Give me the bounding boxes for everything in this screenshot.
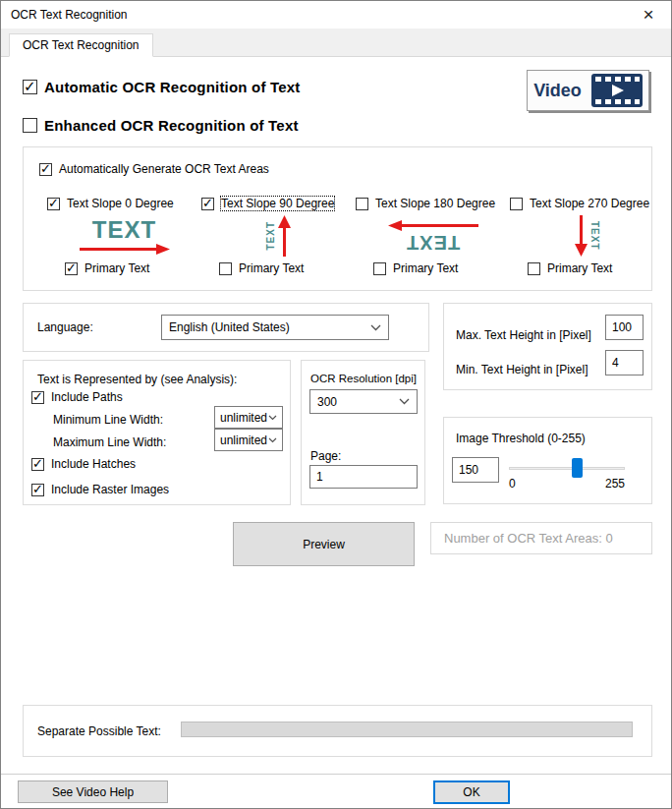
ok-button[interactable]: OK: [433, 780, 510, 804]
slope-columns: Text Slope 0 Degree TEXT Primary Text: [47, 195, 664, 277]
primary-270-label: Primary Text: [547, 261, 612, 275]
title-bar: OCR Text Recognition ×: [1, 1, 671, 29]
resolution-group: OCR Resolution [dpi] 300 Page:: [301, 360, 425, 505]
arrow-left-icon: [388, 220, 478, 231]
min-height-label: Min. Text Height in [Pixel]: [456, 363, 588, 376]
chevron-down-icon: [370, 324, 381, 331]
enhanced-ocr-label: Enhanced OCR Recognition of Text: [44, 117, 299, 134]
language-value: English (United States): [169, 320, 290, 334]
auto-ocr-label: Automatic OCR Recognition of Text: [44, 79, 301, 95]
enhanced-ocr-row: Enhanced OCR Recognition of Text: [23, 114, 299, 136]
slope-180-graphic: TEXT: [356, 212, 510, 260]
primary-90-checkbox[interactable]: [219, 262, 232, 275]
slope-90-graphic: TEXT: [201, 212, 356, 260]
video-button-label: Video: [533, 81, 582, 101]
language-select[interactable]: English (United States): [161, 315, 389, 340]
auto-ocr-checkbox[interactable]: [23, 80, 37, 94]
separate-group: Separate Possible Text:: [23, 705, 652, 757]
include-hatches-label: Include Hatches: [51, 457, 136, 471]
text-height-group: Max. Text Height in [Pixel] Min. Text He…: [443, 303, 652, 390]
min-line-width-select[interactable]: unlimited: [214, 406, 283, 429]
threshold-range-labels: 0 255: [509, 477, 625, 491]
slope-180-checkbox[interactable]: [356, 198, 368, 210]
auto-generate-row: Automatically Generate OCR Text Areas: [39, 162, 269, 176]
see-video-help-button[interactable]: See Video Help: [18, 780, 168, 803]
threshold-max-label: 255: [605, 477, 625, 491]
resolution-title: OCR Resolution [dpi]: [310, 373, 417, 384]
chevron-down-icon: [268, 437, 277, 443]
primary-0-checkbox[interactable]: [65, 262, 78, 275]
primary-180-label: Primary Text: [393, 261, 458, 275]
arrow-down-icon: [575, 215, 588, 257]
sample-text-270deg: TEXT: [589, 221, 599, 251]
footer-divider: [1, 774, 671, 775]
sample-text-0deg: TEXT: [92, 218, 156, 242]
include-paths-row: Include Paths: [31, 390, 123, 404]
separate-label: Separate Possible Text:: [37, 724, 161, 738]
language-group: Language: English (United States): [23, 303, 429, 352]
primary-0-label: Primary Text: [84, 261, 149, 275]
chevron-down-icon: [399, 398, 410, 405]
max-height-label: Max. Text Height in [Pixel]: [456, 328, 591, 342]
threshold-slider-track[interactable]: [509, 467, 625, 470]
slope-180-label: Text Slope 180 Degree: [375, 197, 495, 210]
include-hatches-row: Include Hatches: [31, 457, 136, 471]
auto-ocr-row: Automatic OCR Recognition of Text: [23, 76, 301, 97]
chevron-down-icon: [268, 415, 277, 421]
include-raster-label: Include Raster Images: [51, 483, 169, 496]
slope-0-graphic: TEXT: [47, 212, 201, 260]
include-hatches-checkbox[interactable]: [31, 458, 44, 471]
slope-col-0: Text Slope 0 Degree TEXT Primary Text: [47, 195, 201, 277]
auto-generate-group: Automatically Generate OCR Text Areas Te…: [23, 146, 652, 291]
enhanced-ocr-checkbox[interactable]: [23, 118, 37, 133]
auto-generate-label: Automatically Generate OCR Text Areas: [59, 162, 269, 176]
slope-90-label: Text Slope 90 Degree: [221, 197, 334, 210]
slope-col-270: Text Slope 270 Degree TEXT Primary Text: [510, 195, 664, 277]
threshold-title: Image Threshold (0-255): [456, 432, 586, 445]
slope-col-90: Text Slope 90 Degree TEXT Primary Text: [201, 195, 356, 277]
slope-270-label: Text Slope 270 Degree: [530, 197, 649, 210]
sample-text-90deg: TEXT: [266, 221, 276, 251]
slope-0-label: Text Slope 0 Degree: [67, 197, 174, 210]
slope-col-180: Text Slope 180 Degree TEXT Primary Text: [356, 195, 510, 277]
preview-button[interactable]: Preview: [233, 522, 415, 566]
tab-strip: OCR Text Recognition: [1, 29, 671, 57]
min-line-width-value: unlimited: [220, 411, 267, 425]
primary-180-checkbox[interactable]: [373, 262, 386, 275]
max-line-width-label: Maximum Line Width:: [53, 435, 166, 449]
max-line-width-select[interactable]: unlimited: [214, 429, 283, 451]
include-paths-checkbox[interactable]: [31, 391, 44, 404]
page-label: Page:: [310, 449, 341, 463]
include-raster-row: Include Raster Images: [31, 483, 169, 496]
video-button[interactable]: Video: [527, 70, 649, 111]
slope-270-checkbox[interactable]: [510, 198, 523, 210]
max-height-input[interactable]: [605, 315, 644, 340]
primary-90-label: Primary Text: [239, 261, 304, 275]
slope-0-checkbox[interactable]: [47, 198, 60, 210]
ocr-areas-status: Number of OCR Text Areas: 0: [430, 522, 652, 554]
auto-generate-checkbox[interactable]: [39, 163, 52, 176]
filmstrip-play-icon: [591, 74, 643, 107]
min-line-width-label: Minimum Line Width:: [53, 413, 163, 427]
arrow-up-icon: [278, 215, 291, 257]
slope-90-checkbox[interactable]: [201, 198, 214, 210]
resolution-select[interactable]: 300: [309, 389, 418, 414]
language-label: Language:: [37, 320, 93, 334]
close-icon[interactable]: ×: [632, 3, 665, 27]
resolution-value: 300: [317, 395, 337, 409]
threshold-group: Image Threshold (0-255) 0 255: [443, 417, 652, 504]
threshold-min-label: 0: [509, 477, 516, 491]
arrow-right-icon: [80, 244, 170, 255]
window-title: OCR Text Recognition: [11, 8, 128, 22]
tab-ocr-text-recognition[interactable]: OCR Text Recognition: [9, 33, 153, 57]
sample-text-180deg: TEXT: [406, 233, 460, 253]
threshold-slider-thumb[interactable]: [572, 458, 583, 478]
primary-270-checkbox[interactable]: [528, 262, 540, 275]
include-paths-label: Include Paths: [51, 390, 123, 404]
threshold-input[interactable]: [452, 457, 499, 483]
min-height-input[interactable]: [605, 350, 644, 376]
include-raster-checkbox[interactable]: [31, 484, 44, 496]
separate-input-disabled: [181, 722, 633, 737]
max-line-width-value: unlimited: [220, 433, 267, 447]
page-input[interactable]: [309, 465, 418, 489]
